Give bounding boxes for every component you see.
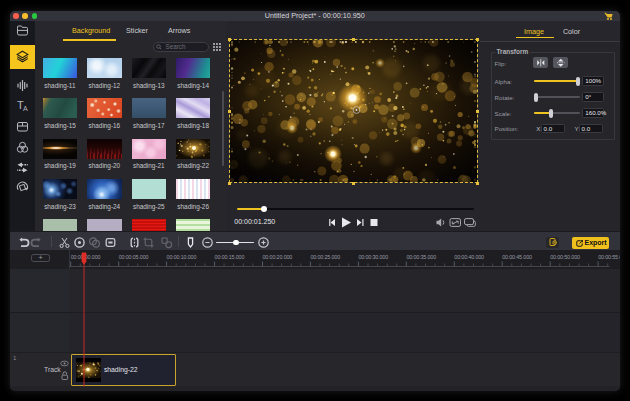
svg-text:A: A [23,105,28,112]
